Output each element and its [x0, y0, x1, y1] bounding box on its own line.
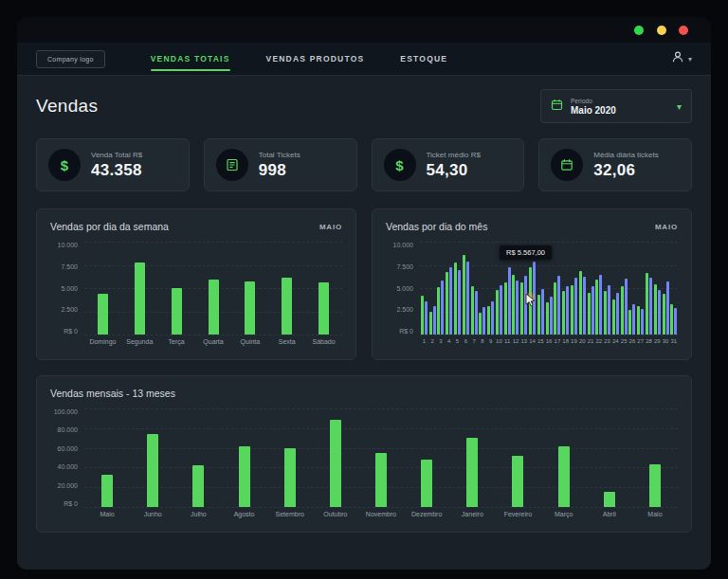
window-button-red[interactable] [679, 26, 688, 35]
bar[interactable] [425, 301, 428, 335]
bar[interactable] [458, 270, 461, 335]
bar[interactable] [479, 313, 482, 335]
bar[interactable] [504, 282, 507, 335]
bar[interactable] [500, 285, 502, 335]
bar[interactable] [554, 282, 556, 335]
bar[interactable] [674, 308, 677, 335]
bar[interactable] [98, 294, 108, 335]
bar[interactable] [566, 286, 569, 335]
bar[interactable] [571, 285, 573, 335]
company-logo[interactable]: Company logo [36, 50, 105, 68]
bar[interactable] [375, 453, 387, 507]
bar[interactable] [449, 267, 452, 335]
bar[interactable] [135, 262, 145, 335]
tab-vendas-totais[interactable]: VENDAS TOTAIS [151, 43, 230, 75]
bar[interactable] [475, 291, 478, 335]
plot-area [84, 242, 342, 335]
bar[interactable] [512, 456, 523, 507]
bar[interactable] [574, 278, 577, 335]
bar[interactable] [628, 310, 631, 335]
bar[interactable] [592, 286, 594, 335]
user-menu[interactable]: ▾ [671, 50, 692, 67]
bar[interactable] [550, 297, 553, 335]
bar[interactable] [649, 278, 652, 335]
bar[interactable] [284, 448, 296, 507]
bar[interactable] [599, 275, 602, 335]
bar[interactable] [466, 438, 478, 507]
x-axis-tick: Outubro [313, 511, 358, 520]
bar[interactable] [546, 302, 549, 335]
bar[interactable] [621, 286, 624, 335]
bar[interactable] [520, 282, 523, 335]
bar[interactable] [658, 290, 661, 335]
bar[interactable] [421, 296, 424, 335]
bar[interactable] [537, 295, 540, 335]
bar[interactable] [147, 434, 158, 507]
bar[interactable] [508, 267, 511, 335]
x-axis-tick: 15 [537, 338, 545, 348]
chart-title: Vendas mensais - 13 meses [50, 388, 175, 399]
bar[interactable] [557, 276, 560, 335]
bar[interactable] [604, 291, 607, 335]
bar[interactable] [512, 275, 515, 335]
y-axis-tick: 2.500 [396, 306, 413, 313]
window-button-yellow[interactable] [657, 26, 666, 35]
bar[interactable] [646, 273, 648, 335]
y-axis-tick: 10.000 [58, 242, 78, 248]
bar[interactable] [471, 286, 474, 335]
bar[interactable] [616, 293, 619, 335]
bar[interactable] [239, 446, 250, 507]
tab-vendas-produtos[interactable]: VENDAS PRODUTOS [266, 43, 365, 75]
weekday-sales-chart: 10.0007.5005.0002.500R$ 0DomingoSegundaT… [50, 242, 342, 348]
bar[interactable] [466, 262, 469, 335]
bar[interactable] [421, 460, 432, 507]
bar[interactable] [282, 278, 292, 335]
bar[interactable] [330, 420, 341, 507]
bar[interactable] [562, 291, 565, 335]
bar[interactable] [245, 281, 255, 335]
bar[interactable] [579, 271, 582, 335]
bar[interactable] [595, 280, 598, 335]
bar[interactable] [441, 280, 444, 335]
bar[interactable] [496, 290, 499, 335]
bar[interactable] [612, 299, 615, 335]
bar[interactable] [604, 492, 615, 507]
bar[interactable] [101, 475, 113, 507]
x-axis-tick: 5 [453, 338, 462, 348]
bar[interactable] [433, 306, 436, 335]
bar[interactable] [625, 279, 628, 335]
bar[interactable] [588, 293, 591, 335]
window-button-green[interactable] [634, 26, 644, 35]
bar[interactable] [516, 280, 519, 335]
bar[interactable] [558, 446, 570, 507]
bar[interactable] [463, 255, 465, 335]
kpi-label: Total Tickets [259, 151, 300, 159]
bar[interactable] [491, 301, 494, 335]
tab-estoque[interactable]: ESTOQUE [400, 43, 447, 75]
bar[interactable] [666, 281, 669, 335]
bar[interactable] [482, 307, 485, 335]
bar[interactable] [663, 294, 665, 335]
bar[interactable] [654, 284, 657, 335]
bar[interactable] [318, 282, 329, 335]
bar[interactable] [641, 309, 644, 335]
bar[interactable] [541, 289, 544, 335]
dollar-circle-icon: $ [48, 149, 81, 181]
bar[interactable] [583, 277, 586, 335]
bar[interactable] [209, 280, 219, 335]
bar[interactable] [649, 464, 661, 507]
bar[interactable] [487, 306, 490, 335]
bar[interactable] [192, 465, 204, 507]
bar[interactable] [670, 304, 673, 335]
bar[interactable] [454, 262, 457, 335]
x-axis-tick: 23 [603, 338, 611, 348]
bar[interactable] [608, 285, 610, 335]
bar[interactable] [637, 306, 640, 335]
bar[interactable] [172, 288, 182, 335]
monthday-sales-card: Vendas por dia do mês MAIO 10.0007.5005.… [372, 208, 692, 360]
bar[interactable] [429, 312, 432, 335]
bar[interactable] [446, 272, 448, 335]
period-selector[interactable]: Período Maio 2020 ▾ [540, 89, 692, 123]
bar[interactable] [437, 287, 440, 335]
bar[interactable] [632, 304, 635, 335]
